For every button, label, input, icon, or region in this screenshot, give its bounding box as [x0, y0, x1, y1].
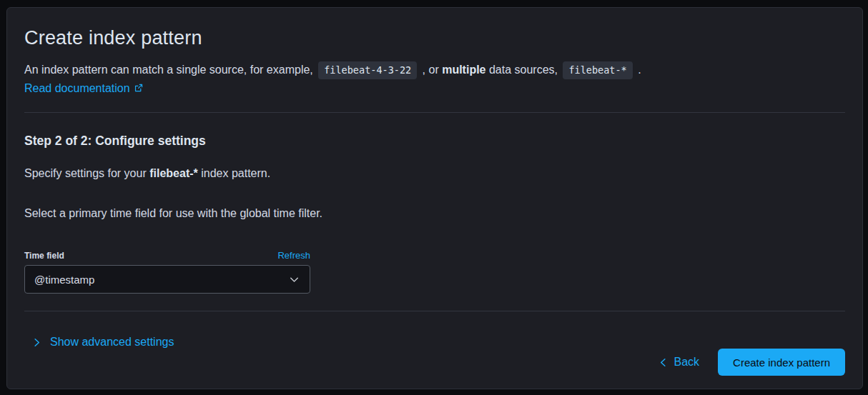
time-field-selected-value: @timestamp — [34, 274, 94, 286]
description-text-3: data sources, — [486, 64, 558, 76]
time-field-form-row: Time field Refresh @timestamp — [24, 250, 310, 294]
show-advanced-settings-label: Show advanced settings — [50, 336, 174, 349]
read-documentation-link[interactable]: Read documentation — [24, 82, 144, 94]
time-field-label: Time field — [24, 251, 64, 261]
description-bold-multiple: multiple — [442, 64, 485, 76]
page-title: Create index pattern — [24, 27, 845, 49]
back-button[interactable]: Back — [658, 356, 700, 369]
example-multiple-sources-code: filebeat-* — [563, 61, 632, 79]
description-text-1: An index pattern can match a single sour… — [24, 64, 313, 76]
specify-prefix: Specify settings for your — [24, 167, 149, 179]
pattern-name: filebeat-* — [149, 167, 198, 179]
description-text-4: . — [638, 64, 641, 76]
external-link-icon — [134, 83, 144, 93]
header-divider — [24, 112, 845, 113]
show-advanced-settings-toggle[interactable]: Show advanced settings — [31, 336, 174, 349]
description-text-2: , or — [423, 64, 443, 76]
example-single-source-code: filebeat-4-3-22 — [318, 61, 417, 79]
footer-actions: Back Create index pattern — [24, 349, 845, 376]
back-button-label: Back — [674, 356, 700, 369]
specify-suffix: index pattern. — [198, 167, 270, 179]
create-index-pattern-panel: Create index pattern An index pattern ca… — [6, 7, 863, 389]
time-field-select[interactable]: @timestamp — [24, 265, 310, 294]
refresh-link[interactable]: Refresh — [277, 250, 310, 261]
create-index-pattern-button[interactable]: Create index pattern — [718, 349, 845, 376]
form-divider — [24, 311, 845, 311]
time-field-hint: Select a primary time field for use with… — [24, 206, 845, 221]
chevron-down-icon — [288, 274, 300, 286]
specify-settings-text: Specify settings for your filebeat-* ind… — [24, 166, 845, 181]
chevron-right-icon — [31, 337, 42, 348]
read-documentation-label: Read documentation — [24, 82, 130, 94]
step-heading: Step 2 of 2: Configure settings — [24, 134, 845, 149]
chevron-left-icon — [658, 357, 669, 368]
index-pattern-description: An index pattern can match a single sour… — [24, 61, 845, 79]
